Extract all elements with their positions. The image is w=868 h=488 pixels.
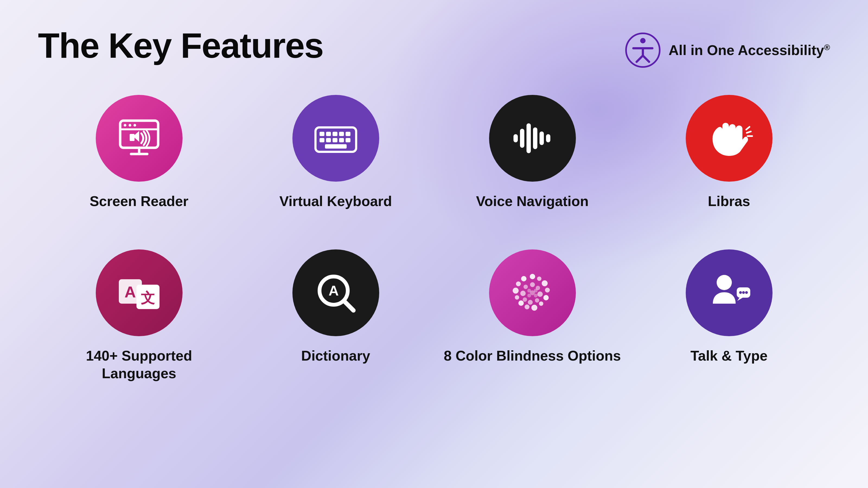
screen-reader-circle <box>96 95 183 182</box>
languages-label: 140+ Supported Languages <box>49 347 229 382</box>
svg-point-68 <box>739 291 742 294</box>
svg-point-66 <box>717 275 732 290</box>
header: The Key Features All in One Accessibilit… <box>38 27 830 68</box>
svg-line-4 <box>637 56 643 62</box>
svg-point-51 <box>516 282 521 286</box>
svg-text:A: A <box>329 283 339 298</box>
svg-point-42 <box>542 280 548 286</box>
brand-area: All in One Accessibility® <box>625 33 830 68</box>
svg-rect-16 <box>326 132 331 136</box>
svg-point-64 <box>527 294 531 297</box>
svg-point-40 <box>530 274 535 279</box>
color-blindness-circle <box>489 250 576 336</box>
color-blindness-icon <box>508 268 557 317</box>
talk-type-label: Talk & Type <box>690 347 767 365</box>
svg-rect-19 <box>346 132 350 136</box>
svg-point-56 <box>535 298 539 302</box>
feature-voice-navigation: Voice Navigation <box>442 95 622 228</box>
svg-rect-29 <box>533 127 537 149</box>
feature-dictionary: A Dictionary <box>246 250 426 382</box>
hand-icon <box>705 114 753 163</box>
svg-rect-25 <box>325 144 347 149</box>
svg-rect-23 <box>339 138 344 142</box>
svg-rect-24 <box>346 138 350 142</box>
svg-rect-15 <box>319 132 324 136</box>
svg-point-55 <box>537 291 543 297</box>
svg-point-49 <box>515 295 519 300</box>
feature-screen-reader: Screen Reader <box>49 95 229 228</box>
feature-languages: A 文 140+ Supported Languages <box>49 250 229 382</box>
svg-point-45 <box>539 301 543 306</box>
voice-navigation-circle <box>489 95 576 182</box>
brand-name: All in One Accessibility® <box>669 42 830 59</box>
search-a-icon: A <box>311 268 360 317</box>
svg-rect-27 <box>520 129 524 148</box>
libras-circle <box>686 95 773 182</box>
feature-talk-type: Talk & Type <box>639 250 819 382</box>
svg-rect-28 <box>527 123 531 153</box>
svg-point-62 <box>527 289 531 293</box>
svg-point-65 <box>534 294 538 297</box>
accessibility-brand-icon <box>625 33 660 68</box>
screen-reader-icon <box>115 114 163 163</box>
voice-icon <box>508 114 557 163</box>
svg-point-50 <box>513 288 519 294</box>
languages-circle: A 文 <box>96 250 183 336</box>
svg-point-69 <box>742 291 745 294</box>
virtual-keyboard-label: Virtual Keyboard <box>279 193 392 210</box>
svg-rect-20 <box>319 138 324 142</box>
svg-point-60 <box>524 285 528 289</box>
svg-line-5 <box>643 56 649 62</box>
page-title: The Key Features <box>38 27 323 64</box>
svg-point-63 <box>534 289 538 293</box>
svg-point-9 <box>133 124 136 127</box>
svg-text:文: 文 <box>141 290 155 306</box>
svg-rect-22 <box>333 138 337 142</box>
feature-color-blindness: 8 Color Blindness Options <box>442 250 622 382</box>
svg-point-7 <box>124 124 126 127</box>
libras-label: Libras <box>708 193 750 210</box>
feature-virtual-keyboard: Virtual Keyboard <box>246 95 426 228</box>
svg-point-59 <box>520 291 526 296</box>
svg-point-44 <box>543 295 549 300</box>
feature-libras: Libras <box>639 95 819 228</box>
svg-text:A: A <box>124 283 136 301</box>
svg-point-8 <box>129 124 131 127</box>
color-blindness-label: 8 Color Blindness Options <box>444 347 621 365</box>
talk-type-circle <box>686 250 773 336</box>
svg-rect-21 <box>326 138 331 142</box>
keyboard-icon <box>311 114 360 163</box>
talk-icon <box>705 268 753 317</box>
svg-rect-26 <box>514 134 518 142</box>
svg-point-41 <box>537 276 541 281</box>
svg-rect-31 <box>546 134 550 142</box>
svg-point-46 <box>531 305 537 311</box>
translate-icon: A 文 <box>115 268 163 317</box>
svg-point-43 <box>545 288 550 293</box>
page-container: The Key Features All in One Accessibilit… <box>0 0 868 488</box>
svg-point-52 <box>521 276 527 282</box>
svg-point-70 <box>745 291 748 294</box>
screen-reader-label: Screen Reader <box>90 193 188 210</box>
svg-rect-13 <box>130 134 134 141</box>
svg-point-58 <box>523 297 527 302</box>
voice-navigation-label: Voice Navigation <box>476 193 589 210</box>
svg-rect-30 <box>539 131 544 145</box>
svg-point-53 <box>530 282 535 287</box>
svg-point-1 <box>640 38 646 43</box>
svg-rect-17 <box>333 132 337 136</box>
features-grid: Screen Reader <box>38 95 830 382</box>
svg-point-48 <box>518 300 524 306</box>
svg-point-47 <box>525 304 529 310</box>
dictionary-circle: A <box>292 250 379 336</box>
svg-rect-18 <box>339 132 344 136</box>
virtual-keyboard-circle <box>292 95 379 182</box>
svg-point-57 <box>528 300 533 305</box>
dictionary-label: Dictionary <box>301 347 370 365</box>
svg-line-38 <box>344 301 353 311</box>
